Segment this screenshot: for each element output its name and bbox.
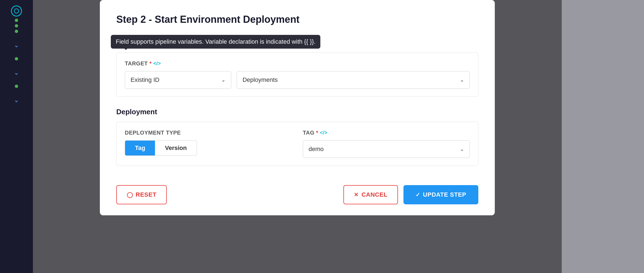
tag-value-text: demo — [309, 146, 324, 153]
main-content-area: Step 2 - Start Environment Deployment En… — [33, 0, 562, 273]
tag-section: TAG * </> demo ⌄ — [303, 130, 470, 158]
active-step-indicator[interactable] — [11, 5, 22, 16]
deployment-type-section: DEPLOYMENT TYPE Tag Version — [125, 130, 292, 156]
update-step-label: UPDATE STEP — [423, 191, 466, 198]
status-dot-4 — [15, 57, 18, 60]
sidebar: ⌄ ⌄ ⌄ — [0, 0, 33, 273]
deployment-fields-row: DEPLOYMENT TYPE Tag Version TAG * </> — [125, 130, 470, 158]
chevron-down-icon-1[interactable]: ⌄ — [14, 41, 19, 49]
target-required-marker: * — [149, 60, 152, 67]
existing-id-label: Existing ID — [131, 76, 159, 83]
tag-required-marker: * — [316, 130, 318, 136]
update-step-button[interactable]: ✓ UPDATE STEP — [403, 185, 478, 204]
tag-version-toggle: Tag Version — [125, 140, 197, 156]
tag-field-label: TAG * </> — [303, 130, 470, 136]
svg-point-0 — [14, 9, 19, 13]
existing-id-chevron: ⌄ — [221, 77, 225, 83]
target-label-text: TARGET — [125, 60, 148, 67]
deployment-type-label: DEPLOYMENT TYPE — [125, 130, 292, 136]
modal-overlay: Step 2 - Start Environment Deployment En… — [33, 0, 562, 273]
existing-id-dropdown[interactable]: Existing ID ⌄ — [125, 71, 231, 89]
sidebar-top-section — [11, 5, 22, 33]
deployment-type-label-text: DEPLOYMENT TYPE — [125, 130, 181, 136]
modal-dialog: Step 2 - Start Environment Deployment En… — [100, 0, 495, 215]
target-code-icon[interactable]: </> — [153, 61, 161, 66]
target-select-row: Existing ID ⌄ Deployments ⌄ — [125, 71, 470, 89]
target-field-group: TARGET * </> Existing ID ⌄ Deployments ⌄ — [116, 52, 478, 97]
tag-value-dropdown[interactable]: demo ⌄ — [303, 140, 470, 158]
checkmark-icon: ✓ — [416, 191, 420, 198]
tag-toggle-button[interactable]: Tag — [125, 141, 155, 155]
status-dot-1 — [15, 19, 18, 22]
tag-label-text: TAG — [303, 130, 314, 136]
deployments-dropdown[interactable]: Deployments ⌄ — [237, 71, 470, 89]
tag-chevron: ⌄ — [460, 146, 464, 152]
chevron-down-icon-2[interactable]: ⌄ — [14, 69, 19, 76]
deployments-chevron: ⌄ — [460, 77, 464, 83]
status-dot-2 — [15, 24, 18, 27]
tooltip-box: Field supports pipeline variables. Varia… — [111, 35, 320, 49]
version-toggle-button[interactable]: Version — [155, 141, 196, 155]
footer-right-actions: ✕ CANCEL ✓ UPDATE STEP — [343, 185, 478, 204]
reset-button[interactable]: ◯ RESET — [116, 185, 167, 204]
cancel-icon: ✕ — [354, 191, 359, 198]
target-field-label: TARGET * </> — [125, 60, 470, 67]
modal-footer: ◯ RESET ✕ CANCEL ✓ UPDATE STEP — [116, 180, 478, 204]
deployments-label: Deployments — [242, 76, 278, 83]
reset-icon: ◯ — [127, 191, 133, 198]
modal-title: Step 2 - Start Environment Deployment — [116, 14, 478, 25]
chevron-down-icon-3[interactable]: ⌄ — [14, 96, 19, 104]
reset-label: RESET — [136, 191, 157, 198]
deployment-field-group: DEPLOYMENT TYPE Tag Version TAG * </> — [116, 122, 478, 166]
deployment-section-label: Deployment — [116, 108, 478, 116]
status-dot-3 — [15, 30, 18, 33]
cancel-label: CANCEL — [361, 191, 388, 198]
right-panel — [562, 0, 644, 273]
status-dot-5 — [15, 85, 18, 88]
cancel-button[interactable]: ✕ CANCEL — [343, 185, 398, 204]
tag-code-icon[interactable]: </> — [320, 130, 328, 136]
